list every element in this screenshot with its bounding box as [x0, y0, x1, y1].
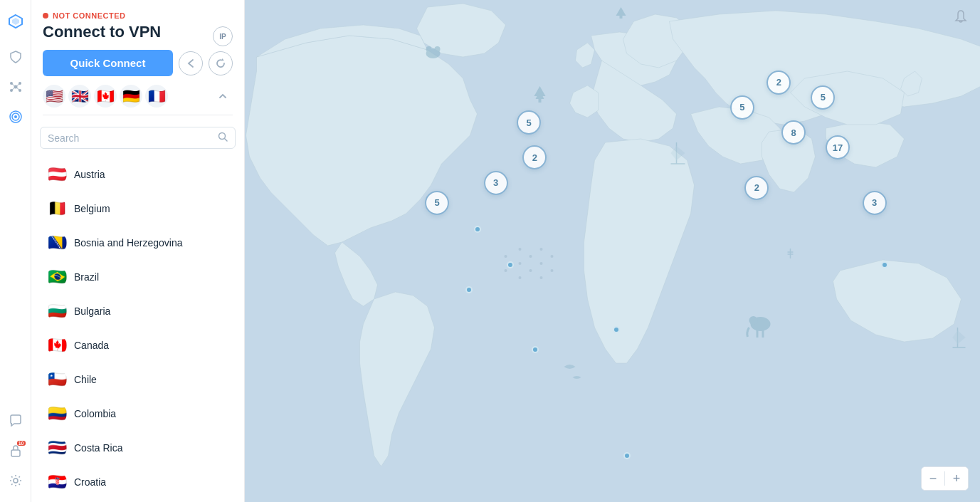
country-item[interactable]: 🇨🇷 Costa Rica	[36, 431, 240, 465]
country-item[interactable]: 🇨🇾 Cyprus	[36, 499, 240, 502]
logo-icon[interactable]	[3, 9, 28, 34]
quick-connect-row: Quick Connect	[43, 50, 233, 76]
svg-line-9	[11, 87, 16, 90]
svg-rect-35	[620, 16, 623, 19]
svg-point-45	[551, 255, 554, 258]
country-item[interactable]: 🇧🇪 Belgium	[36, 192, 240, 226]
country-item[interactable]: 🇧🇷 Brazil	[36, 260, 240, 294]
map-dot[interactable]	[465, 286, 473, 293]
svg-point-47	[540, 276, 543, 279]
map-bubble[interactable]: 5	[425, 191, 449, 215]
svg-point-43	[529, 269, 532, 272]
svg-point-13	[14, 115, 17, 118]
top-right-bar	[953, 9, 969, 28]
country-name: Chile	[74, 374, 97, 385]
country-name: Bulgaria	[74, 305, 110, 317]
recent-flags-row: 🇺🇸 🇬🇧 🇨🇦 🇩🇪 🇫🇷	[43, 85, 233, 115]
country-item[interactable]: 🇧🇦 Bosnia and Herzegovina	[36, 226, 240, 260]
country-item[interactable]: 🇧🇬 Bulgaria	[36, 294, 240, 328]
svg-point-42	[519, 262, 522, 265]
country-name: Croatia	[74, 476, 106, 488]
svg-point-15	[14, 479, 18, 483]
country-item[interactable]: 🇨🇴 Colombia	[36, 397, 240, 431]
search-icon	[218, 132, 228, 144]
country-list: 🇦🇹 Austria 🇧🇪 Belgium 🇧🇦 Bosnia and Herz…	[31, 155, 244, 502]
nodes-nav-icon[interactable]	[3, 74, 28, 100]
map-bubble[interactable]: 5	[730, 95, 754, 120]
country-flag: 🇦🇹	[47, 164, 67, 184]
panel-header: NOT CONNECTED Connect to VPN IP Quick Co…	[31, 0, 244, 121]
chat-nav-icon[interactable]	[3, 408, 28, 434]
quick-connect-button[interactable]: Quick Connect	[43, 50, 173, 76]
country-name: Brazil	[74, 271, 99, 283]
map-dot[interactable]	[613, 326, 620, 333]
svg-point-49	[505, 255, 507, 258]
map-bubble[interactable]: 5	[811, 85, 835, 110]
zoom-controls: − +	[921, 466, 969, 491]
country-item[interactable]: 🇨🇱 Chile	[36, 362, 240, 397]
svg-marker-1	[12, 18, 19, 25]
svg-point-50	[505, 269, 507, 272]
svg-rect-14	[11, 450, 20, 456]
svg-line-10	[16, 87, 20, 90]
svg-line-18	[225, 139, 228, 142]
country-name: Austria	[74, 169, 105, 180]
flag-gb[interactable]: 🇬🇧	[68, 85, 91, 108]
svg-rect-29	[757, 330, 759, 338]
svg-point-41	[540, 248, 543, 251]
country-flag: 🇧🇪	[47, 199, 67, 219]
map-bubble[interactable]: 3	[484, 171, 508, 195]
flag-ca[interactable]: 🇨🇦	[94, 85, 117, 108]
country-flag: 🇭🇷	[47, 472, 67, 492]
svg-point-40	[529, 255, 532, 258]
collapse-flags-button[interactable]	[213, 86, 233, 106]
country-flag: 🇧🇷	[47, 267, 67, 287]
country-item[interactable]: 🇨🇦 Canada	[36, 328, 240, 362]
notification-bell-icon[interactable]	[953, 9, 969, 28]
panel-title: Connect to VPN	[43, 23, 161, 41]
country-name: Canada	[74, 340, 109, 351]
settings-nav-icon[interactable]	[3, 468, 28, 493]
search-input[interactable]	[48, 132, 214, 144]
map-bubble[interactable]: 2	[744, 176, 769, 200]
country-flag: 🇧🇬	[47, 301, 67, 321]
target-nav-icon[interactable]	[3, 104, 28, 130]
country-name: Belgium	[74, 203, 110, 214]
country-flag: 🇧🇦	[47, 233, 67, 253]
country-flag: 🇨🇦	[47, 335, 67, 355]
svg-point-26	[435, 46, 441, 52]
country-flag: 🇨🇱	[47, 370, 67, 389]
status-dot	[43, 13, 48, 19]
flag-de[interactable]: 🇩🇪	[120, 85, 142, 108]
ip-badge[interactable]: IP	[213, 26, 233, 46]
connection-status: NOT CONNECTED	[43, 11, 233, 20]
country-item[interactable]: 🇦🇹 Austria	[36, 157, 240, 192]
panel-title-row: Connect to VPN IP	[43, 23, 233, 50]
country-name: Bosnia and Herzegovina	[74, 237, 183, 249]
status-text: NOT CONNECTED	[53, 11, 125, 20]
svg-rect-30	[762, 330, 764, 338]
country-item[interactable]: 🇭🇷 Croatia	[36, 465, 240, 499]
zoom-out-button[interactable]: −	[922, 467, 944, 490]
svg-point-46	[519, 276, 522, 279]
map-dot[interactable]	[507, 261, 514, 268]
lock-nav-icon[interactable]: 10	[3, 438, 28, 464]
side-panel: NOT CONNECTED Connect to VPN IP Quick Co…	[31, 0, 245, 502]
flag-us[interactable]: 🇺🇸	[43, 85, 65, 108]
back-button[interactable]	[179, 51, 203, 75]
refresh-button[interactable]	[209, 51, 233, 75]
zoom-in-button[interactable]: +	[945, 467, 968, 490]
nav-bar: 10	[0, 0, 31, 502]
map-dot[interactable]	[881, 261, 888, 268]
shield-nav-icon[interactable]	[3, 44, 28, 70]
world-map	[245, 0, 980, 502]
svg-point-44	[540, 262, 543, 265]
country-flag: 🇨🇴	[47, 404, 67, 424]
map-bubble[interactable]: 3	[863, 191, 887, 215]
svg-rect-33	[539, 99, 542, 103]
map-dot[interactable]	[623, 452, 631, 459]
svg-line-8	[16, 83, 20, 87]
map-bubble[interactable]: 2	[766, 70, 791, 95]
svg-line-7	[11, 83, 16, 87]
flag-fr[interactable]: 🇫🇷	[145, 85, 168, 108]
